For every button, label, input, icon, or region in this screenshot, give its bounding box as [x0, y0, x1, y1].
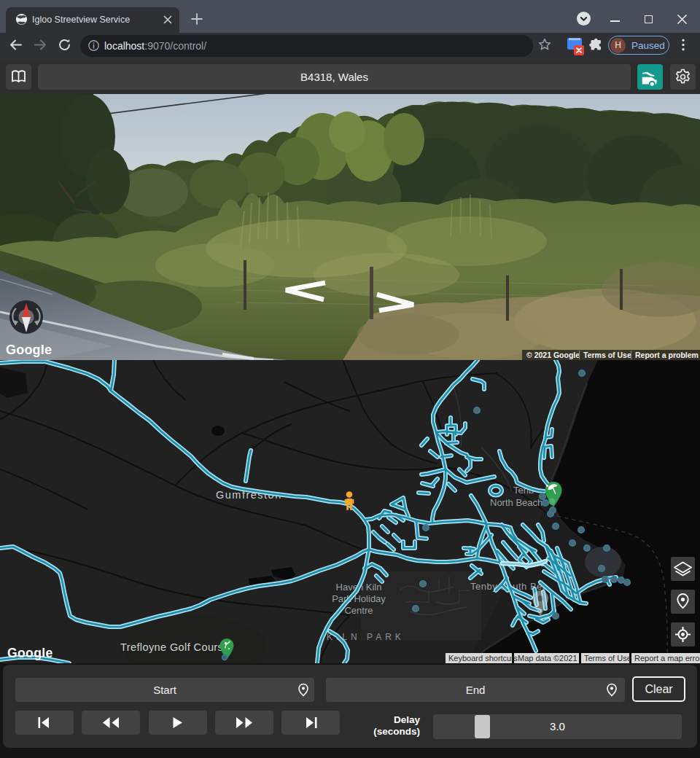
svg-text:Report a problem: Report a problem — [635, 351, 699, 359]
svg-text:North Beach: North Beach — [490, 497, 542, 508]
svg-text:Report a map error: Report a map error — [634, 654, 700, 663]
svg-text:Centre: Centre — [344, 605, 373, 616]
svg-text:Trefloyne Golf Course: Trefloyne Golf Course — [120, 641, 230, 653]
svg-text:© 2021 Google: © 2021 Google — [526, 351, 580, 359]
svg-text:Park Holiday: Park Holiday — [332, 593, 386, 604]
svg-text:Google: Google — [6, 343, 52, 357]
svg-text:Google: Google — [7, 646, 53, 660]
svg-text:Map data ©2021: Map data ©2021 — [518, 654, 578, 663]
svg-text:Terms of Use: Terms of Use — [583, 351, 631, 359]
svg-text:Keyboard shortcuts: Keyboard shortcuts — [448, 654, 518, 663]
svg-text:Terms of Use: Terms of Use — [584, 654, 631, 663]
